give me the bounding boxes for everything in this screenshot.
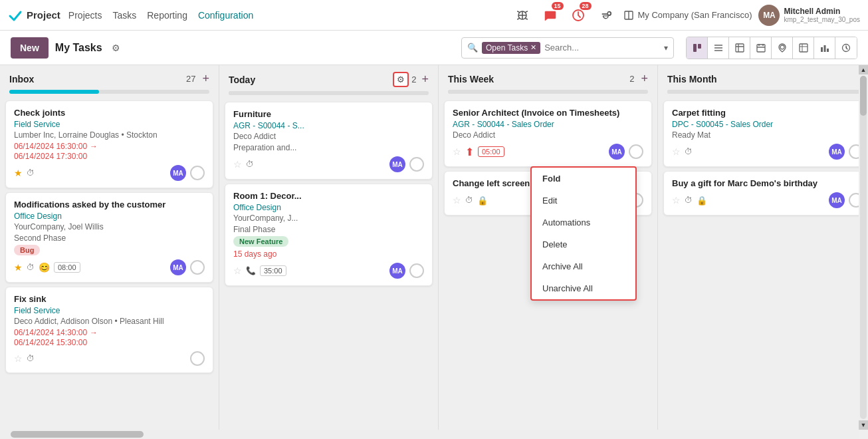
menu-item-archive-all[interactable]: Archive All [532, 255, 635, 277]
card-room-decor[interactable]: Room 1: Decor... Office Design YourCompa… [225, 184, 433, 286]
scroll-up-btn[interactable]: ▲ [859, 65, 868, 74]
star-empty-icon[interactable]: ☆ [14, 353, 23, 364]
timer-icon[interactable]: ⏱ [27, 263, 35, 272]
user-name-info: Mitchell Admin kmp_2_test_may_30_pos [784, 7, 860, 23]
user-subtitle: kmp_2_test_may_30_pos [784, 16, 860, 23]
star-empty-icon[interactable]: ☆ [233, 265, 242, 276]
card-fix-sink[interactable]: Fix sink Field Service Deco Addict, Addi… [5, 287, 213, 373]
timer-icon[interactable]: ⏱ [685, 147, 693, 156]
star-empty-icon[interactable]: ☆ [453, 195, 461, 206]
today-progress [219, 91, 438, 99]
timer-icon[interactable]: ⏱ [27, 168, 35, 178]
card-status-circle[interactable] [629, 144, 643, 159]
card-footer: ☆ ⏱ MA [233, 156, 424, 172]
timer-icon[interactable]: ⏱ [465, 196, 473, 205]
nav-configuration[interactable]: Configuration [198, 10, 253, 21]
view-calendar-btn[interactable] [750, 37, 772, 59]
view-kanban-btn[interactable] [687, 37, 708, 59]
view-toggles [686, 37, 857, 59]
card-status-circle[interactable] [409, 157, 424, 172]
nav-tasks[interactable]: Tasks [112, 10, 136, 21]
star-empty-icon[interactable]: ☆ [672, 195, 681, 206]
card-status-circle[interactable] [190, 166, 205, 180]
svg-rect-23 [823, 45, 825, 52]
menu-item-fold[interactable]: Fold [532, 168, 635, 190]
nav-projects[interactable]: Projects [68, 10, 102, 21]
calendar-icon [756, 43, 766, 53]
column-add-inbox[interactable]: + [202, 72, 209, 86]
card-sub: Field Service [14, 306, 205, 315]
card-senior-architect[interactable]: Senior Architect (Invoice on Timesheets)… [444, 100, 652, 167]
chat-icon [544, 9, 557, 22]
search-input[interactable] [544, 43, 660, 53]
card-title: Senior Architect (Invoice on Timesheets) [453, 108, 643, 118]
card-sub: AGR - S00044 - Sales Order [453, 120, 643, 129]
nav-reporting[interactable]: Reporting [147, 10, 187, 21]
messages-btn[interactable]: 15 [540, 5, 561, 26]
card-check-joints[interactable]: Check joints Field Service Lumber Inc, L… [5, 100, 213, 188]
star-empty-icon[interactable]: ☆ [233, 159, 242, 170]
clock-btn[interactable]: 28 [568, 5, 589, 26]
timer-icon[interactable]: ⏱ [246, 160, 254, 169]
kanban-board: Inbox 27 + Check joints Field Service Lu… [0, 65, 868, 439]
timer-icon[interactable]: ⏱ [27, 354, 35, 363]
view-timer-btn[interactable] [835, 37, 857, 59]
scroll-thumb[interactable] [860, 76, 867, 116]
menu-item-edit[interactable]: Edit [532, 190, 635, 212]
star-icon[interactable]: ★ [14, 262, 23, 273]
scroll-down-btn[interactable]: ▼ [859, 420, 868, 430]
menu-item-delete[interactable]: Delete [532, 233, 635, 255]
card-title: Check joints [14, 108, 205, 118]
star-empty-icon[interactable]: ☆ [453, 146, 461, 157]
card-status-circle[interactable] [190, 351, 205, 366]
card-buy-gift[interactable]: Buy a gift for Marc Demo's birthday ☆ ⏱ … [663, 171, 868, 216]
card-modifications[interactable]: Modifications asked by the customer Offi… [5, 192, 213, 283]
vertical-scrollbar[interactable]: ▲ ▼ [859, 65, 868, 430]
card-title: Buy a gift for Marc Demo's birthday [672, 178, 863, 188]
filter-tag: Open Tasks ✕ [482, 42, 540, 54]
search-dropdown-arrow[interactable]: ▾ [664, 43, 668, 53]
horizontal-scrollbar[interactable] [0, 430, 859, 439]
activity-icon [735, 43, 744, 53]
menu-item-automations[interactable]: Automations [532, 212, 635, 233]
card-info: Ready Mat [672, 130, 863, 140]
timer-icon[interactable]: ⏱ [685, 196, 693, 205]
card-status-circle[interactable] [190, 260, 205, 275]
card-status-circle[interactable] [409, 263, 424, 278]
column-add-today[interactable]: + [421, 73, 429, 86]
filter-tag-close[interactable]: ✕ [530, 43, 536, 52]
days-ago-label: 15 days ago [233, 249, 424, 259]
view-graph-btn[interactable] [814, 37, 835, 59]
view-map-btn[interactable] [772, 37, 793, 59]
search-icon: 🔍 [467, 43, 478, 53]
column-title-this-month: This Month [667, 74, 854, 84]
view-activity-btn[interactable] [729, 37, 750, 59]
new-button[interactable]: New [11, 37, 49, 59]
menu-item-unarchive-all[interactable]: Unarchive All [532, 277, 635, 299]
new-feature-badge: New Feature [233, 236, 288, 247]
user-menu[interactable]: MA Mitchell Admin kmp_2_test_may_30_pos [758, 5, 860, 26]
today-gear-icon[interactable]: ⚙ [393, 72, 409, 87]
filter-tag-label: Open Tasks [486, 43, 528, 53]
hscroll-thumb[interactable] [11, 431, 144, 438]
bug-icon-btn[interactable] [512, 5, 533, 26]
card-carpet-fitting[interactable]: Carpet fitting DPC - S00045 - Sales Orde… [663, 100, 868, 167]
svg-rect-6 [693, 44, 697, 52]
column-add-this-week[interactable]: + [641, 72, 648, 86]
app-logo[interactable]: Project [8, 8, 60, 23]
page-settings-icon[interactable]: ⚙ [112, 43, 120, 53]
star-icon[interactable]: ★ [14, 168, 23, 178]
card-title: Furniture [233, 109, 424, 119]
context-menu: Fold Edit Automations Delete Archive All… [530, 166, 637, 301]
column-title-this-week: This Week [448, 74, 625, 84]
company-name: My Company (San Francisco) [638, 10, 752, 20]
star-empty-icon[interactable]: ☆ [672, 146, 681, 157]
card-sub: Office Design [14, 212, 205, 221]
card-sub: AGR - S00044 - S... [233, 121, 424, 130]
user-avatar: MA [758, 5, 780, 26]
settings-btn[interactable] [596, 5, 617, 26]
card-furniture[interactable]: Furniture AGR - S00044 - S... Deco Addic… [225, 102, 433, 180]
view-list-btn[interactable] [708, 37, 729, 59]
toolbar: New My Tasks ⚙ 🔍 Open Tasks ✕ ▾ [0, 31, 868, 65]
view-pivot-btn[interactable] [793, 37, 814, 59]
